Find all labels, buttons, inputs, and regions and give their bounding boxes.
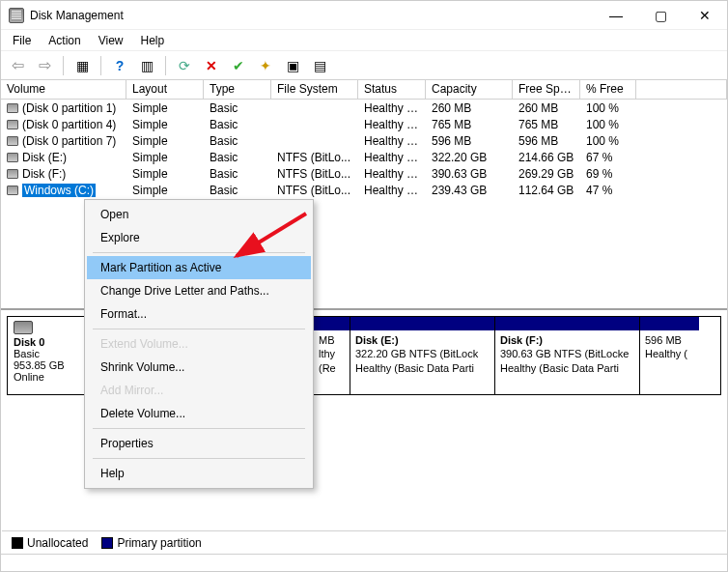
close-button[interactable]: ✕ (683, 1, 727, 30)
menu-help[interactable]: Help (133, 32, 173, 49)
menu-separator (93, 252, 305, 253)
menu-separator (93, 428, 305, 429)
context-menu-item[interactable]: Open (87, 203, 311, 226)
col-pctfree[interactable]: % Free (580, 80, 636, 99)
check-button[interactable]: ✔ (228, 55, 249, 76)
cell-free: 260 MB (513, 101, 580, 115)
volume-row[interactable]: (Disk 0 partition 1)SimpleBasicHealthy (… (1, 100, 727, 116)
refresh-button[interactable]: ⟳ (174, 55, 195, 76)
cell-fs: NTFS (BitLo... (271, 167, 358, 181)
menu-view[interactable]: View (91, 32, 131, 49)
col-spacer (636, 80, 727, 99)
col-type[interactable]: Type (204, 80, 271, 99)
cell-layout: Simple (126, 101, 204, 115)
window-buttons: — ▢ ✕ (594, 1, 727, 29)
cell-status: Healthy (B... (358, 151, 426, 164)
cell-pct: 69 % (580, 167, 636, 181)
disk-size: 953.85 GB (14, 359, 82, 371)
volume-row[interactable]: (Disk 0 partition 4)SimpleBasicHealthy (… (1, 116, 727, 132)
cell-type: Basic (204, 101, 271, 115)
square-icon: ▣ (287, 58, 299, 73)
settings-button[interactable]: ▥ (136, 55, 157, 76)
help-button[interactable]: ? (109, 55, 130, 76)
cell-capacity: 239.43 GB (426, 184, 513, 197)
partition-header (350, 317, 494, 330)
cell-layout: Simple (126, 184, 204, 197)
disk-icon (14, 321, 33, 334)
context-menu-item[interactable]: Explore (87, 226, 311, 249)
cell-pct: 67 % (580, 151, 636, 164)
col-filesystem[interactable]: File System (271, 80, 358, 99)
volume-name: (Disk 0 partition 4) (22, 118, 116, 131)
new-button[interactable]: ✦ (255, 55, 276, 76)
volume-row[interactable]: (Disk 0 partition 7)SimpleBasicHealthy (… (1, 132, 727, 149)
context-menu-item[interactable]: Mark Partition as Active (87, 256, 311, 279)
cell-pct: 100 % (580, 134, 636, 148)
window-title: Disk Management (30, 9, 594, 22)
legend-primary: Primary partition (101, 536, 201, 550)
menu-file[interactable]: File (5, 32, 39, 49)
col-volume[interactable]: Volume (1, 80, 126, 99)
cell-capacity: 390.63 GB (426, 167, 513, 181)
status-bar (1, 554, 727, 571)
arrow-left-icon: ⇦ (12, 58, 24, 73)
context-menu-item[interactable]: Help (87, 462, 311, 485)
title-bar: Disk Management — ▢ ✕ (1, 1, 727, 30)
square2-icon: ▤ (314, 58, 326, 73)
action1-button[interactable]: ▣ (282, 55, 303, 76)
volume-row[interactable]: Windows (C:)SimpleBasicNTFS (BitLo...Hea… (1, 182, 727, 198)
volume-row[interactable]: Disk (F:)SimpleBasicNTFS (BitLo...Health… (1, 165, 727, 182)
col-freespace[interactable]: Free Spa... (513, 80, 580, 99)
volume-row[interactable]: Disk (E:)SimpleBasicNTFS (BitLo...Health… (1, 149, 727, 165)
cell-status: Healthy (R... (358, 118, 426, 131)
toolbar: ⇦ ⇨ ▦ ? ▥ ⟳ ✕ ✔ ✦ ▣ ▤ (1, 51, 727, 80)
swatch-unallocated (12, 537, 23, 549)
context-menu: OpenExploreMark Partition as ActiveChang… (84, 199, 314, 489)
volume-icon (7, 103, 18, 113)
partition-block[interactable]: Disk (E:)322.20 GB NTFS (BitLockHealthy … (350, 317, 494, 394)
cell-fs: NTFS (BitLo... (271, 151, 358, 164)
swatch-primary (101, 537, 113, 549)
new-icon: ✦ (260, 58, 271, 73)
volume-name: Windows (C:) (22, 184, 96, 197)
menu-separator (93, 458, 305, 459)
col-status[interactable]: Status (358, 80, 426, 99)
toolbar-separator (63, 56, 64, 75)
context-menu-item[interactable]: Format... (87, 302, 311, 326)
toolbar-separator (165, 56, 166, 75)
view-toggle-button[interactable]: ▦ (71, 55, 93, 76)
context-menu-item: Add Mirror... (87, 379, 311, 402)
cell-type: Basic (204, 118, 271, 131)
context-menu-item[interactable]: Properties (87, 432, 311, 455)
partition-block[interactable]: MBlthy (Re (313, 317, 350, 394)
cell-free: 765 MB (513, 118, 580, 131)
partition-block[interactable]: Disk (F:)390.63 GB NTFS (BitLockeHealthy… (494, 317, 639, 394)
col-layout[interactable]: Layout (126, 80, 204, 99)
cell-type: Basic (204, 167, 271, 181)
disk-name: Disk 0 (14, 336, 82, 348)
arrow-right-icon: ⇨ (39, 58, 51, 73)
cell-capacity: 765 MB (426, 118, 513, 131)
back-button[interactable]: ⇦ (7, 55, 28, 76)
context-menu-item[interactable]: Change Drive Letter and Paths... (87, 279, 311, 302)
partition-block[interactable]: 596 MBHealthy ( (639, 317, 699, 394)
minimize-button[interactable]: — (594, 1, 638, 30)
action2-button[interactable]: ▤ (309, 55, 330, 76)
menu-action[interactable]: Action (41, 32, 88, 49)
context-menu-item[interactable]: Delete Volume... (87, 402, 311, 425)
cell-type: Basic (204, 151, 271, 164)
cell-free: 214.66 GB (513, 151, 580, 164)
forward-button[interactable]: ⇨ (34, 55, 55, 76)
disk-type: Basic (14, 348, 82, 359)
help-icon: ? (116, 58, 125, 73)
maximize-button[interactable]: ▢ (638, 1, 683, 30)
context-menu-item[interactable]: Shrink Volume... (87, 356, 311, 379)
cell-free: 269.29 GB (513, 167, 580, 181)
partition-body: Disk (E:)322.20 GB NTFS (BitLockHealthy … (350, 330, 494, 378)
delete-button[interactable]: ✕ (201, 55, 222, 76)
cell-layout: Simple (126, 118, 204, 131)
volume-icon (7, 169, 18, 179)
toolbar-separator (100, 56, 101, 75)
col-capacity[interactable]: Capacity (426, 80, 513, 99)
disk-info: Disk 0 Basic 953.85 GB Online (8, 317, 89, 394)
